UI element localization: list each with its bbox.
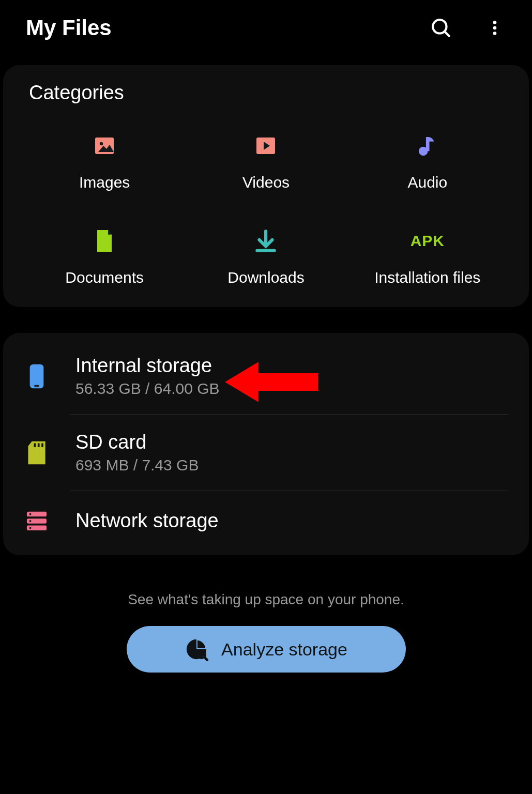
analyze-storage-button[interactable]: Analyze storage xyxy=(127,626,406,673)
svg-point-4 xyxy=(493,32,497,35)
svg-point-3 xyxy=(493,26,497,30)
categories-grid: Images Videos Audio xyxy=(29,127,503,286)
more-vert-icon xyxy=(485,19,504,37)
images-icon xyxy=(91,132,118,159)
category-audio[interactable]: Audio xyxy=(352,132,503,191)
sdcard-icon xyxy=(24,440,50,466)
category-label: Videos xyxy=(242,174,290,191)
svg-point-21 xyxy=(29,520,32,522)
storage-sdcard[interactable]: SD card 693 MB / 7.43 GB xyxy=(24,415,508,491)
network-storage-icon xyxy=(24,508,50,533)
category-downloads[interactable]: Downloads xyxy=(190,227,341,286)
storage-text: Network storage xyxy=(75,510,219,532)
storage-card: Internal storage 56.33 GB / 64.00 GB SD … xyxy=(3,333,529,555)
page-title: My Files xyxy=(26,16,112,40)
category-label: Audio xyxy=(407,174,447,191)
storage-text: SD card 693 MB / 7.43 GB xyxy=(75,431,199,474)
phone-icon xyxy=(24,363,50,389)
downloads-icon xyxy=(252,227,279,254)
storage-subtitle: 56.33 GB / 64.00 GB xyxy=(75,380,220,398)
svg-point-22 xyxy=(29,527,32,529)
svg-line-1 xyxy=(445,32,449,36)
storage-network[interactable]: Network storage xyxy=(24,491,508,550)
more-menu-button[interactable] xyxy=(483,17,506,39)
svg-rect-13 xyxy=(34,385,39,386)
header-actions xyxy=(430,17,506,39)
svg-rect-16 xyxy=(41,443,43,447)
category-label: Installation files xyxy=(374,269,480,286)
analyze-label: Analyze storage xyxy=(221,639,347,660)
app-header: My Files xyxy=(0,0,532,61)
category-videos[interactable]: Videos xyxy=(190,132,341,191)
category-label: Images xyxy=(79,174,130,191)
documents-icon xyxy=(91,227,118,254)
category-images[interactable]: Images xyxy=(29,132,180,191)
category-installation-files[interactable]: APK Installation files xyxy=(352,227,503,286)
categories-title: Categories xyxy=(29,82,503,104)
search-button[interactable] xyxy=(430,17,452,39)
apk-icon: APK xyxy=(414,227,441,254)
videos-icon xyxy=(252,132,279,159)
audio-icon xyxy=(414,132,441,159)
search-icon xyxy=(430,17,452,39)
category-documents[interactable]: Documents xyxy=(29,227,180,286)
analyze-icon xyxy=(185,637,208,661)
category-label: Documents xyxy=(65,269,144,286)
svg-line-24 xyxy=(204,657,207,660)
storage-text: Internal storage 56.33 GB / 64.00 GB xyxy=(75,355,220,398)
svg-rect-12 xyxy=(30,364,44,388)
svg-point-6 xyxy=(100,142,103,145)
category-label: Downloads xyxy=(227,269,304,286)
storage-title: Internal storage xyxy=(75,355,220,377)
categories-card: Categories Images Videos xyxy=(3,65,529,307)
svg-point-20 xyxy=(29,513,32,515)
footer-hint: See what's taking up space on your phone… xyxy=(0,591,532,608)
svg-point-2 xyxy=(493,21,497,24)
storage-subtitle: 693 MB / 7.43 GB xyxy=(75,456,199,474)
storage-title: Network storage xyxy=(75,510,219,532)
storage-title: SD card xyxy=(75,431,199,453)
storage-internal[interactable]: Internal storage 56.33 GB / 64.00 GB xyxy=(24,338,508,414)
svg-rect-14 xyxy=(34,443,36,447)
svg-rect-15 xyxy=(38,443,40,447)
